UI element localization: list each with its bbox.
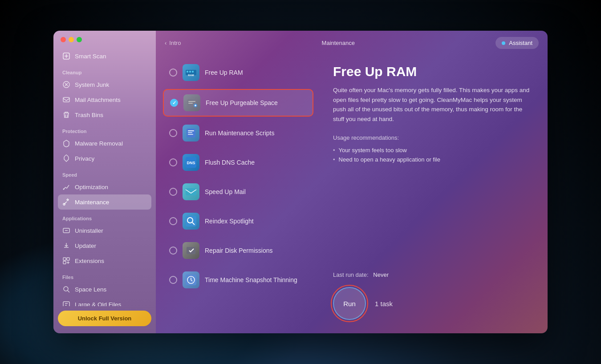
svg-rect-2 [63, 97, 69, 102]
maintenance-scripts-icon [183, 125, 199, 142]
usage-item-1-text: Your system feels too slow [339, 147, 407, 154]
last-run-label: Last run date: [333, 271, 369, 278]
task-item-reindex-spotlight[interactable]: Reindex Spotlight [163, 208, 313, 234]
task-item-purgeable-space[interactable]: Free Up Purgeable Space [163, 89, 313, 117]
sidebar-item-malware-removal[interactable]: Malware Removal [58, 136, 151, 151]
detail-title: Free Up RAM [333, 64, 535, 79]
task-label-purgeable-space: Free Up Purgeable Space [206, 99, 278, 106]
updater-label: Updater [75, 243, 96, 249]
malware-removal-label: Malware Removal [75, 140, 123, 147]
trash-bins-label: Trash Bins [75, 112, 103, 118]
svg-text:RAM: RAM [188, 74, 194, 77]
task-radio-speed-mail[interactable] [169, 188, 177, 196]
task-label-repair-disk: Repair Disk Permissions [205, 247, 272, 254]
maximize-button[interactable] [77, 37, 82, 42]
sidebar-item-mail-attachments[interactable]: Mail Attachments [58, 92, 151, 107]
maintenance-icon [62, 198, 70, 206]
extensions-label: Extensions [75, 258, 104, 264]
svg-rect-8 [63, 261, 66, 264]
task-radio-flush-dns[interactable] [169, 158, 177, 166]
files-section-label: Files [58, 268, 151, 282]
uninstaller-label: Uninstaller [75, 227, 103, 234]
task-radio-maintenance-scripts[interactable] [169, 129, 177, 137]
time-machine-icon [183, 271, 199, 288]
task-label-free-ram: Free Up RAM [205, 69, 243, 76]
optimization-label: Optimization [75, 184, 108, 190]
sidebar-nav: Smart Scan Cleanup System Junk [53, 49, 156, 306]
task-item-time-machine[interactable]: Time Machine Snapshot Thinning [163, 267, 313, 293]
run-button[interactable]: Run [333, 287, 366, 320]
task-radio-reindex-spotlight[interactable] [169, 217, 177, 225]
sidebar-item-system-junk[interactable]: System Junk [58, 77, 151, 92]
run-button-wrap: Run [333, 287, 366, 320]
repair-disk-icon [183, 242, 199, 259]
main-content: RAM Free Up RAM [156, 55, 548, 333]
breadcrumb: ‹ Intro [165, 40, 181, 46]
svg-rect-22 [188, 132, 192, 133]
privacy-label: Privacy [75, 155, 94, 162]
sidebar-item-trash-bins[interactable]: Trash Bins [58, 107, 151, 122]
speed-mail-icon [183, 183, 199, 200]
detail-panel: Free Up RAM Quite often your Mac's memor… [321, 55, 548, 333]
chevron-left-icon: ‹ [165, 40, 166, 46]
assistant-button[interactable]: Assistant [495, 37, 539, 49]
maintenance-label: Maintenance [75, 199, 109, 206]
svg-rect-21 [188, 130, 194, 131]
task-radio-repair-disk[interactable] [169, 247, 177, 255]
mail-attachments-icon [62, 96, 70, 104]
task-radio-time-machine[interactable] [169, 276, 177, 284]
sidebar-item-updater[interactable]: Updater [58, 238, 151, 253]
space-lens-icon [62, 285, 70, 293]
sidebar-item-maintenance[interactable]: Maintenance [58, 194, 151, 210]
last-run-value: Never [373, 271, 389, 278]
usage-item-2: Need to open a heavy application or file [333, 155, 535, 164]
task-label-reindex-spotlight: Reindex Spotlight [205, 218, 254, 225]
large-old-files-icon [62, 300, 70, 306]
sidebar-item-large-old-files[interactable]: Large & Old Files [58, 297, 151, 306]
purgeable-space-icon [183, 94, 200, 111]
task-item-flush-dns[interactable]: DNS Flush DNS Cache [163, 150, 313, 175]
last-run-text: Last run date: Never [333, 271, 535, 278]
free-ram-icon: RAM [183, 64, 199, 81]
task-radio-purgeable-space[interactable] [170, 99, 178, 107]
sidebar-item-uninstaller[interactable]: Uninstaller [58, 223, 151, 238]
smart-scan-icon [62, 52, 70, 60]
usage-item-1: Your system feels too slow [333, 146, 535, 155]
sidebar-item-smart-scan[interactable]: Smart Scan [58, 49, 151, 64]
unlock-full-version-button[interactable]: Unlock Full Version [58, 311, 151, 326]
task-item-speed-mail[interactable]: Speed Up Mail [163, 179, 313, 205]
sidebar-item-space-lens[interactable]: Space Lens [58, 282, 151, 297]
space-lens-label: Space Lens [75, 286, 106, 293]
optimization-icon [62, 183, 70, 191]
svg-rect-18 [188, 103, 193, 104]
svg-rect-6 [63, 258, 66, 260]
detail-description: Quite often your Mac's memory gets fully… [333, 85, 535, 124]
malware-icon [62, 139, 70, 147]
svg-rect-7 [67, 258, 69, 260]
task-item-free-ram[interactable]: RAM Free Up RAM [163, 60, 313, 85]
task-label-speed-mail: Speed Up Mail [205, 188, 246, 195]
flush-dns-icon: DNS [183, 154, 199, 171]
sidebar-item-optimization[interactable]: Optimization [58, 179, 151, 194]
sidebar-item-privacy[interactable]: Privacy [58, 151, 151, 166]
task-item-maintenance-scripts[interactable]: Run Maintenance Scripts [163, 120, 313, 146]
svg-rect-29 [187, 247, 195, 254]
minimize-button[interactable] [69, 37, 74, 42]
task-label-flush-dns: Flush DNS Cache [205, 159, 255, 166]
uninstaller-icon [62, 226, 70, 235]
updater-icon [62, 242, 70, 250]
sidebar-item-extensions[interactable]: Extensions [58, 253, 151, 268]
sidebar: Smart Scan Cleanup System Junk [53, 31, 156, 333]
svg-rect-17 [188, 101, 195, 102]
task-radio-free-ram[interactable] [169, 69, 177, 77]
task-item-repair-disk[interactable]: Repair Disk Permissions [163, 238, 313, 263]
applications-section-label: Applications [58, 210, 151, 223]
close-button[interactable] [61, 37, 66, 42]
breadcrumb-back-label[interactable]: Intro [169, 40, 181, 46]
svg-rect-14 [192, 71, 194, 73]
page-title-header: Maintenance [322, 40, 355, 46]
privacy-icon [62, 154, 70, 162]
traffic-lights [61, 37, 82, 42]
task-label-maintenance-scripts: Run Maintenance Scripts [205, 129, 274, 137]
reindex-spotlight-icon [183, 213, 199, 230]
